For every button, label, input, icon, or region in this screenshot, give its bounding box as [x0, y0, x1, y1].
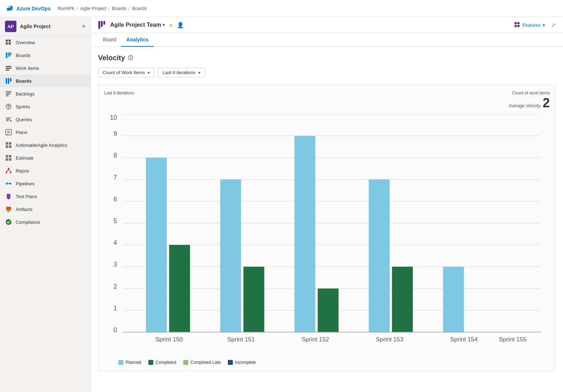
- sidebar-item-boards[interactable]: Boards: [0, 74, 91, 87]
- svg-text:1: 1: [113, 305, 117, 312]
- svg-text:Sprint 151: Sprint 151: [227, 336, 255, 343]
- sidebar-item-queries[interactable]: Queries: [0, 113, 91, 126]
- sidebar-item-backlogs[interactable]: Backlogs: [0, 87, 91, 100]
- svg-text:0: 0: [113, 326, 117, 334]
- sidebar-item-label: Boards: [16, 53, 30, 58]
- boards-parent-icon: [5, 52, 12, 59]
- breadcrumb-2[interactable]: Agile Project: [80, 6, 106, 11]
- favorite-star-icon[interactable]: ★: [168, 22, 173, 29]
- svg-rect-45: [103, 21, 105, 25]
- svg-text:9: 9: [113, 130, 117, 137]
- sidebar-item-actionable[interactable]: ActionableAgile Analytics: [0, 139, 91, 151]
- chart-svg-wrapper: 0 1 2 3 4 5 6 7 8 9 10: [104, 114, 550, 356]
- velocity-section: Velocity ⓘ Count of Work Items ▾ Last 6 …: [91, 47, 563, 378]
- legend-planned-label: Planned: [126, 360, 141, 365]
- breadcrumb-1[interactable]: RomiPK: [58, 6, 75, 11]
- iterations-dropdown[interactable]: Last 6 iterations ▾: [158, 68, 205, 77]
- svg-rect-16: [6, 96, 9, 96]
- avg-velocity-label: Average Velocity: [509, 103, 541, 108]
- svg-rect-75: [220, 180, 241, 332]
- svg-rect-84: [443, 267, 464, 332]
- svg-text:Sprint 150: Sprint 150: [155, 336, 183, 343]
- breadcrumb-3[interactable]: Boards: [112, 6, 127, 11]
- sidebar-item-overview[interactable]: Overview: [0, 36, 91, 49]
- svg-rect-46: [515, 22, 517, 24]
- svg-rect-44: [101, 21, 103, 27]
- team-name[interactable]: Agile Project Team ▾: [110, 22, 165, 28]
- tab-analytics[interactable]: Analytics: [121, 33, 153, 47]
- sidebar-item-label: Sprints: [16, 104, 30, 109]
- svg-text:7: 7: [113, 174, 117, 181]
- chart-legend: Planned Completed Completed Late Incompl…: [104, 360, 550, 365]
- chart-velocity-info: Count of work items Average Velocity 2: [509, 91, 550, 110]
- features-chevron-icon: ▾: [543, 22, 545, 28]
- svg-text:6: 6: [113, 196, 117, 203]
- plans-icon: [5, 129, 12, 136]
- svg-rect-40: [6, 207, 11, 210]
- svg-rect-29: [9, 155, 11, 158]
- legend-completed-label: Completed: [155, 360, 176, 365]
- svg-text:10: 10: [110, 114, 117, 121]
- sidebar-item-pipelines[interactable]: Pipelines: [0, 177, 91, 190]
- svg-rect-14: [6, 93, 11, 93]
- overview-icon: [5, 39, 12, 46]
- expand-icon[interactable]: ⤢: [552, 22, 556, 28]
- pipelines-icon: [5, 180, 12, 187]
- sidebar-item-label: Artifacts: [16, 207, 32, 212]
- project-name: Agile Project: [20, 24, 51, 29]
- team-board-icon: [98, 21, 107, 29]
- svg-rect-15: [6, 94, 10, 95]
- svg-text:4: 4: [113, 239, 117, 246]
- logo[interactable]: Azure DevOps: [6, 5, 51, 12]
- sidebar-item-plans[interactable]: Plans: [0, 126, 91, 139]
- sidebar-item-label: Queries: [16, 117, 32, 122]
- sidebar: AP Agile Project + Overview Boards: [0, 17, 91, 392]
- logo-text: Azure DevOps: [16, 6, 51, 11]
- velocity-title: Velocity ⓘ: [98, 54, 556, 62]
- avatar: AP: [5, 21, 16, 32]
- sidebar-project: AP Agile Project +: [0, 17, 91, 36]
- svg-text:8: 8: [113, 152, 117, 159]
- queries-icon: [5, 116, 12, 123]
- sidebar-item-estimate[interactable]: Estimate: [0, 151, 91, 164]
- features-button[interactable]: Features ▾: [515, 22, 545, 28]
- sidebar-item-work-items[interactable]: Work Items: [0, 62, 91, 74]
- actionable-icon: [5, 141, 12, 149]
- svg-rect-30: [6, 158, 8, 161]
- add-button[interactable]: +: [82, 23, 86, 30]
- svg-rect-48: [515, 25, 517, 27]
- breadcrumb-4[interactable]: Boards: [132, 6, 147, 11]
- legend-incomplete-label: Incomplete: [235, 360, 256, 365]
- legend-planned: Planned: [118, 360, 141, 365]
- sidebar-item-label: Backlogs: [16, 91, 35, 97]
- sidebar-item-compliance[interactable]: Compliance: [0, 216, 91, 228]
- sidebar-item-sprints[interactable]: Sprints: [0, 100, 91, 113]
- svg-marker-19: [10, 120, 12, 122]
- svg-rect-12: [10, 78, 11, 82]
- team-members-icon[interactable]: 👤: [177, 22, 184, 29]
- sidebar-item-label: Compliance: [16, 220, 40, 225]
- repos-icon: [5, 167, 12, 174]
- artifacts-icon: [5, 206, 12, 213]
- sidebar-item-label: Work Items: [16, 66, 39, 71]
- avg-velocity-value: 2: [543, 96, 550, 110]
- sidebar-item-artifacts[interactable]: Artifacts: [0, 203, 91, 216]
- svg-rect-81: [369, 180, 390, 332]
- metric-dropdown[interactable]: Count of Work Items ▾: [98, 68, 154, 77]
- svg-rect-31: [9, 158, 11, 161]
- sidebar-item-repos[interactable]: Repos: [0, 164, 91, 177]
- sidebar-item-test-plans[interactable]: Test Plans: [0, 190, 91, 203]
- sidebar-item-boards-parent[interactable]: Boards: [0, 49, 91, 62]
- info-icon[interactable]: ⓘ: [128, 55, 133, 61]
- svg-rect-26: [6, 145, 8, 148]
- svg-line-36: [9, 169, 11, 172]
- svg-point-42: [6, 219, 11, 225]
- svg-rect-1: [9, 40, 11, 42]
- svg-rect-5: [8, 52, 10, 57]
- tab-board[interactable]: Board: [98, 33, 121, 47]
- svg-rect-10: [6, 78, 7, 84]
- svg-text:2: 2: [113, 283, 117, 290]
- svg-rect-4: [6, 52, 7, 58]
- svg-text:Sprint 155: Sprint 155: [499, 336, 526, 343]
- svg-rect-43: [98, 21, 100, 29]
